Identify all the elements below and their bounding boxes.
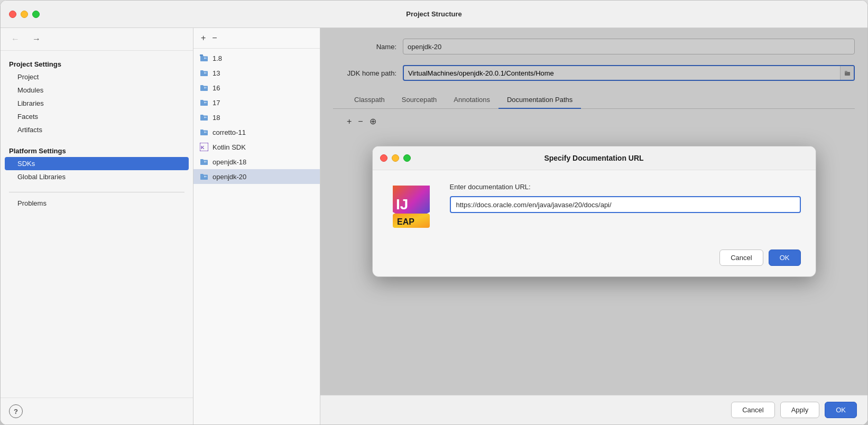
help-button[interactable]: ? [9,404,23,418]
folder-icon [200,54,208,62]
traffic-lights [9,11,40,18]
sidebar-item-global-libraries[interactable]: Global Libraries [1,170,193,183]
sidebar: ← → Project Settings Project Modules Lib… [1,28,193,424]
modal-overlay: Specify Documentation URL [320,28,867,395]
modal-maximize-button[interactable] [403,154,411,162]
apply-button[interactable]: Apply [780,402,820,418]
back-button[interactable]: ← [9,33,22,45]
sdk-list-panel: + − 1.8 13 [193,28,320,424]
sdk-item-openjdk-18[interactable]: openjdk-18 [193,154,320,169]
sidebar-navigation: ← → [1,28,193,51]
cancel-button[interactable]: Cancel [731,402,774,418]
sidebar-sections: Project Settings Project Modules Librari… [1,51,193,398]
sidebar-divider [9,192,184,192]
svg-text:IJ: IJ [396,196,408,212]
sdk-item-1.8[interactable]: 1.8 [193,51,320,66]
sdk-list: 1.8 13 16 [193,49,320,424]
sidebar-bottom: ? [1,398,193,424]
sdk-item-openjdk-20[interactable]: openjdk-20 [193,169,320,184]
modal-footer: Cancel OK [373,243,816,276]
modal-close-button[interactable] [380,154,387,162]
remove-sdk-button[interactable]: − [211,32,218,44]
folder-icon [200,128,208,136]
sidebar-item-project[interactable]: Project [1,70,193,84]
sidebar-item-artifacts[interactable]: Artifacts [1,123,193,136]
title-bar: Project Structure [1,1,867,28]
main-content: ← → Project Settings Project Modules Lib… [1,28,867,424]
sidebar-item-sdks[interactable]: SDKs [5,157,189,170]
content-wrapper: Name: JDK home path: [320,28,867,395]
modal-traffic-lights [380,154,411,162]
sdk-item-18[interactable]: 18 [193,110,320,125]
intellij-logo: IJ EAP [387,183,435,230]
sidebar-item-facets[interactable]: Facets [1,110,193,123]
sdk-item-16[interactable]: 16 [193,80,320,95]
sdk-item-13[interactable]: 13 [193,66,320,80]
close-button[interactable] [9,11,16,18]
modal-body: IJ EAP Enter documentation URL: [373,170,816,243]
bottom-bar: Cancel Apply OK [320,395,867,424]
folder-icon [200,84,208,92]
modal-minimize-button[interactable] [392,154,399,162]
modal-form: Enter documentation URL: [450,183,801,213]
svg-text:K: K [201,145,205,150]
sidebar-item-libraries[interactable]: Libraries [1,97,193,110]
folder-icon [200,172,208,181]
kotlin-icon: K [200,143,208,151]
folder-icon [200,113,208,122]
project-settings-header: Project Settings [1,57,193,70]
ok-button[interactable]: OK [825,402,857,418]
window-title: Project Structure [406,10,461,18]
project-structure-window: Project Structure ← → Project Settings P… [0,0,868,425]
maximize-button[interactable] [32,11,40,18]
sdk-item-kotlin[interactable]: K Kotlin SDK [193,140,320,154]
modal-title-bar: Specify Documentation URL [373,146,816,170]
documentation-url-input[interactable] [450,196,801,213]
sdk-list-toolbar: + − [193,28,320,49]
modal-cancel-button[interactable]: Cancel [719,250,763,266]
folder-icon [200,98,208,107]
specify-documentation-url-dialog: Specify Documentation URL [372,146,816,277]
minimize-button[interactable] [21,11,28,18]
sidebar-item-modules[interactable]: Modules [1,84,193,97]
platform-settings-header: Platform Settings [1,144,193,157]
add-sdk-button[interactable]: + [200,32,207,44]
folder-icon [200,69,208,77]
sidebar-item-problems[interactable]: Problems [1,197,193,210]
sdk-item-corretto-11[interactable]: corretto-11 [193,125,320,140]
svg-text:EAP: EAP [397,217,414,226]
folder-icon [200,158,208,166]
right-panel: Name: JDK home path: [320,28,867,424]
modal-form-label: Enter documentation URL: [450,183,801,191]
modal-title: Specify Documentation URL [544,154,643,162]
sdk-item-17[interactable]: 17 [193,95,320,110]
modal-ok-button[interactable]: OK [769,250,801,266]
forward-button[interactable]: → [30,33,43,45]
svg-rect-0 [200,54,203,56]
